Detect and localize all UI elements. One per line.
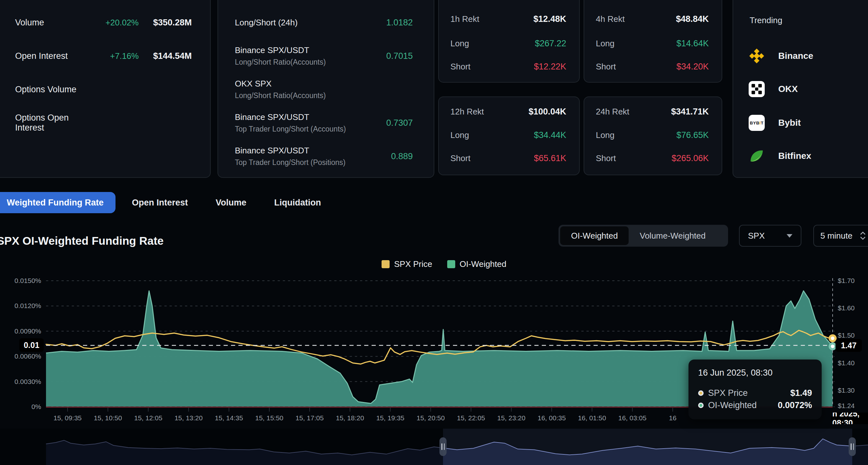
chart-legend: SPX Price OI-Weighted xyxy=(381,259,506,269)
tooltip-label: OI-Weighted xyxy=(708,400,773,410)
ls-row-top-trader-accounts[interactable]: Binance SPX/USDT Top Trader Long/Short (… xyxy=(235,110,413,136)
trending-item-bybit[interactable]: BYBIT Bybit xyxy=(749,114,801,132)
symbol-select[interactable]: SPX xyxy=(739,225,801,247)
stat-label: Options Volume xyxy=(15,85,84,95)
market-stats-panel: Volume +20.02% $350.28M Open Interest +7… xyxy=(0,0,211,178)
tab-volume[interactable]: Volume xyxy=(216,192,246,213)
ls-label: Long/Short (24h) xyxy=(235,18,386,28)
stat-label: Volume xyxy=(15,18,84,28)
ls-label: Binance SPX/USDT xyxy=(235,45,386,55)
tooltip-row-funding: OI-Weighted 0.0072% xyxy=(698,399,812,411)
ls-value: 1.0182 xyxy=(386,18,413,28)
stat-label: Options Open Interest xyxy=(15,113,84,133)
rekt-long-value: $76.65K xyxy=(676,130,709,140)
tooltip-value: $1.49 xyxy=(790,388,812,398)
rekt-long-value: $14.64K xyxy=(676,39,709,48)
tooltip-value: 0.0072% xyxy=(778,400,812,410)
trending-name: Bitfinex xyxy=(778,151,811,161)
ls-value: 0.7015 xyxy=(386,51,413,61)
tab-weighted-funding-rate[interactable]: Weighted Funding Rate xyxy=(0,192,116,213)
ls-row-binance-accounts[interactable]: Binance SPX/USDT Long/Short Ratio(Accoun… xyxy=(235,43,413,69)
rekt-panel-24h: 24h Rekt$341.71K Long$76.65K Short$265.0… xyxy=(584,97,722,175)
ls-sublabel: Top Trader Long/Short (Positions) xyxy=(235,158,391,167)
legend-spx-price[interactable]: SPX Price xyxy=(381,259,432,269)
y-axis-tick: 0% xyxy=(0,403,41,411)
y-axis-tick: $1.40 xyxy=(838,359,855,367)
y-axis-tick: $1.24 xyxy=(838,402,855,410)
chevron-down-icon xyxy=(786,234,793,238)
trending-panel: Trending Binance OKX xyxy=(733,0,868,178)
rekt-total: $341.71K xyxy=(671,107,709,117)
rekt-long-label: Long xyxy=(596,39,615,48)
x-axis-tick: 15, 13:20 xyxy=(174,414,203,422)
legend-label: SPX Price xyxy=(394,259,432,269)
legend-label: OI-Weighted xyxy=(460,259,506,269)
y-axis-tick: $1.60 xyxy=(838,304,855,312)
x-axis-tick: 15, 12:05 xyxy=(134,414,162,422)
trending-name: Binance xyxy=(778,51,813,61)
x-axis-tick: 15, 23:20 xyxy=(497,414,526,422)
x-axis-tick: 16, 03:05 xyxy=(618,414,647,422)
trending-item-okx[interactable]: OKX xyxy=(749,80,798,98)
x-axis-tick: 15, 09:35 xyxy=(53,414,82,422)
stat-row-volume[interactable]: Volume +20.02% $350.28M xyxy=(15,15,192,30)
x-axis-tick: 15, 19:35 xyxy=(376,414,404,422)
current-price-label: 1.47 xyxy=(836,339,862,352)
tab-liquidation[interactable]: Liquidation xyxy=(274,192,321,213)
chart-tooltip: 16 Jun 2025, 08:30 SPX Price $1.49 OI-We… xyxy=(688,360,822,419)
stat-change: +7.16% xyxy=(84,51,139,61)
navigator-handle-left[interactable] xyxy=(439,437,446,456)
ls-sublabel: Top Trader Long/Short (Accounts) xyxy=(235,125,386,133)
toggle-oi-weighted[interactable]: OI-Weighted xyxy=(560,226,629,245)
tab-open-interest[interactable]: Open Interest xyxy=(132,192,188,213)
ls-label: OKX SPX xyxy=(235,79,413,89)
rekt-short-value: $34.20K xyxy=(676,62,709,72)
rekt-title: 12h Rekt xyxy=(451,107,484,117)
interval-select[interactable]: 5 minute xyxy=(813,225,868,247)
ls-row-top-trader-positions[interactable]: Binance SPX/USDT Top Trader Long/Short (… xyxy=(235,143,413,169)
rekt-title: 24h Rekt xyxy=(596,107,629,117)
symbol-select-value: SPX xyxy=(748,231,786,241)
bitfinex-logo-icon xyxy=(749,148,765,164)
rekt-short-label: Short xyxy=(596,154,616,163)
y-axis-tick: 0.0120% xyxy=(0,302,41,310)
rekt-short-value: $65.61K xyxy=(534,154,566,163)
rekt-long-label: Long xyxy=(451,130,469,140)
y-axis-tick: $1.70 xyxy=(838,277,855,285)
rekt-panel-12h: 12h Rekt$100.04K Long$34.44K Short$65.61… xyxy=(438,97,580,175)
navigator-handle-right[interactable] xyxy=(849,437,856,456)
tooltip-date: 16 Jun 2025, 08:30 xyxy=(698,368,812,378)
series-dot-icon xyxy=(698,390,704,396)
trending-name: OKX xyxy=(778,84,798,94)
interval-select-value: 5 minute xyxy=(820,231,860,241)
toggle-volume-weighted[interactable]: Volume-Weighted xyxy=(629,226,716,245)
rekt-short-label: Short xyxy=(596,62,616,72)
navigator-dim-left xyxy=(0,429,443,465)
crosshair-date-label: n 2025, 08:30 xyxy=(831,412,868,424)
x-axis-tick: 15, 14:35 xyxy=(215,414,243,422)
navigator-window[interactable] xyxy=(443,429,852,465)
trending-item-binance[interactable]: Binance xyxy=(749,47,813,65)
trending-item-bitfinex[interactable]: Bitfinex xyxy=(749,147,811,165)
ls-row-24h[interactable]: Long/Short (24h) 1.0182 xyxy=(235,16,413,29)
legend-swatch-spx-price xyxy=(381,260,390,268)
rekt-total: $48.84K xyxy=(676,14,709,24)
legend-swatch-oi-weighted xyxy=(447,260,455,268)
stat-row-options-volume[interactable]: Options Volume xyxy=(15,82,192,97)
rekt-total: $100.04K xyxy=(529,107,566,117)
rekt-short-label: Short xyxy=(451,62,470,72)
x-axis-tick: 15, 20:50 xyxy=(416,414,445,422)
series-dot-icon xyxy=(698,403,704,408)
y-axis-tick: 0.0060% xyxy=(0,353,41,360)
stat-row-options-open-interest[interactable]: Options Open Interest xyxy=(15,116,192,130)
x-axis-tick: 15, 17:05 xyxy=(296,414,324,422)
rekt-panel-4h: 4h Rekt$48.84K Long$14.64K Short$34.20K xyxy=(584,0,722,82)
legend-oi-weighted[interactable]: OI-Weighted xyxy=(447,259,506,269)
y-axis-tick: 0.0030% xyxy=(0,378,41,386)
stat-row-open-interest[interactable]: Open Interest +7.16% $144.54M xyxy=(15,49,192,63)
ls-row-okx-accounts[interactable]: OKX SPX Long/Short Ratio(Accounts) xyxy=(235,76,413,102)
page-title: SPX OI-Weighted Funding Rate xyxy=(0,234,164,247)
tooltip-label: SPX Price xyxy=(708,388,786,398)
bybit-logo-icon: BYBIT xyxy=(749,115,765,131)
chart-tabs: Weighted Funding Rate Open Interest Volu… xyxy=(0,192,868,213)
